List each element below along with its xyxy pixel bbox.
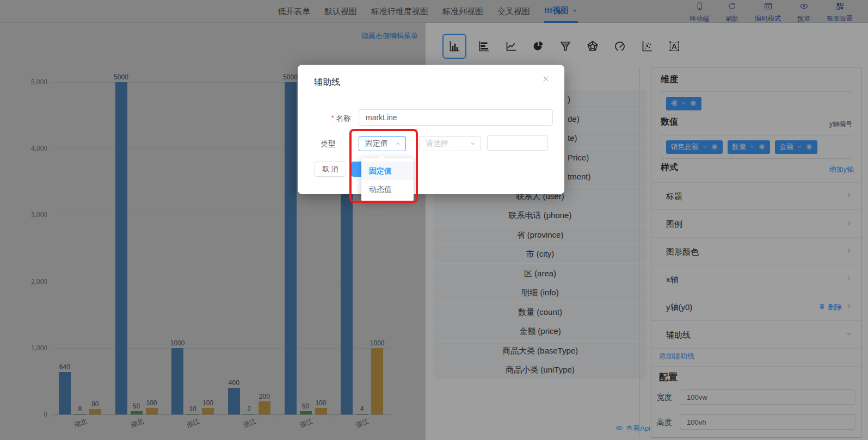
dropdown-option-固定值[interactable]: 固定值 — [361, 162, 414, 180]
chevron-up-icon — [395, 140, 401, 147]
chevron-down-icon — [470, 140, 476, 147]
required-asterisk: * — [331, 114, 334, 122]
close-icon[interactable] — [541, 75, 550, 85]
markline-name-input[interactable] — [359, 109, 553, 126]
name-label: *名称 — [307, 114, 351, 123]
value-input[interactable] — [487, 135, 548, 151]
modal-title: 辅助线 — [314, 77, 340, 88]
cancel-button[interactable]: 取 消 — [315, 162, 346, 177]
app-root: 低开表单默认视图标准行维度视图标准列视图交叉视图ttt视图 + 移动端刷新编码模… — [0, 0, 868, 440]
type-select[interactable]: 固定值 — [359, 136, 406, 151]
type-label: 类型 — [292, 139, 336, 149]
markline-modal: 辅助线 *名称 类型 固定值 请选择 取 消 — [298, 65, 564, 194]
target-select[interactable]: 请选择 — [419, 136, 481, 151]
type-dropdown: 固定值动态值 — [361, 158, 414, 202]
dropdown-option-动态值[interactable]: 动态值 — [361, 180, 414, 199]
